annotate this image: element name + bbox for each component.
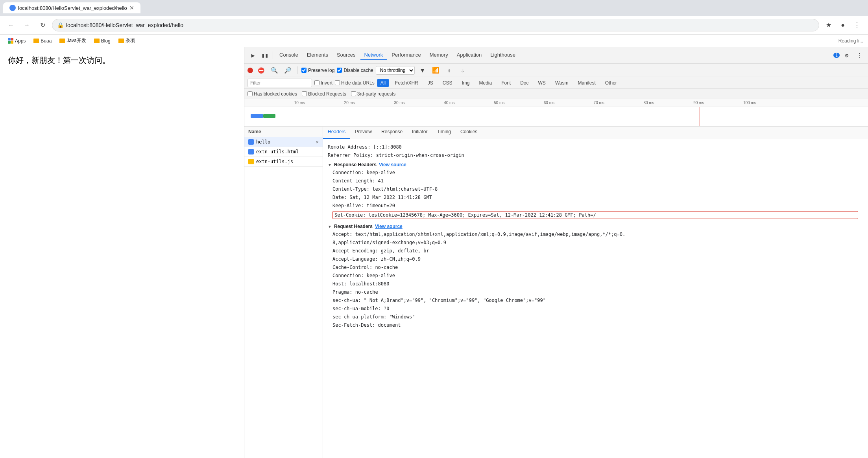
resp-key: Keep-Alive: — [332, 203, 364, 208]
third-party-checkbox[interactable] — [351, 91, 356, 96]
devtools-device-btn[interactable]: ▮▮ — [259, 50, 270, 61]
file-item-hello[interactable]: hello ✕ — [244, 137, 323, 147]
bookmark-buaa[interactable]: Buaa — [30, 37, 55, 44]
filter-css[interactable]: CSS — [439, 79, 456, 87]
tab-lighthouse[interactable]: Lighthouse — [486, 50, 519, 60]
filter-fetch-xhr[interactable]: Fetch/XHR — [392, 79, 422, 87]
filter-ws[interactable]: WS — [535, 79, 549, 87]
blocked-requests-label[interactable]: Blocked Requests — [302, 91, 346, 97]
tab-application[interactable]: Application — [453, 50, 486, 60]
tab-favicon — [9, 5, 16, 11]
import-btn[interactable]: ⇧ — [444, 65, 455, 76]
reload-button[interactable]: ↻ — [36, 19, 49, 31]
bookmark-btn[interactable]: ★ — [822, 19, 835, 31]
hide-data-urls-checkbox[interactable] — [335, 80, 340, 85]
bookmark-blog[interactable]: Blog — [91, 37, 114, 44]
resp-date: Date: Sat, 12 Mar 2022 11:41:28 GMT — [332, 194, 863, 201]
filter-other[interactable]: Other — [602, 79, 621, 87]
tab-sources[interactable]: Sources — [333, 50, 360, 60]
blocked-cookies-label[interactable]: Has blocked cookies — [247, 91, 297, 97]
search-btn[interactable]: 🔎 — [282, 65, 293, 76]
filter-font[interactable]: Font — [498, 79, 514, 87]
triangle-icon: ▼ — [328, 224, 332, 229]
blocked-requests-checkbox[interactable] — [302, 91, 307, 96]
hide-data-urls-label[interactable]: Hide data URLs — [335, 80, 375, 86]
mark-20ms: 20 ms — [344, 101, 355, 105]
bookmark-misc[interactable]: 杂项 — [115, 37, 138, 45]
page-content: 你好，新朋友！第一次访问。 — [0, 47, 244, 458]
bookmark-apps[interactable]: Apps — [5, 37, 29, 44]
request-headers-section[interactable]: ▼ Request Headers View source — [328, 224, 863, 229]
tab-close-btn[interactable]: ✕ — [129, 5, 134, 11]
req-key: Sec-Fetch-Dest: — [332, 322, 375, 328]
tab-bar: localhost:8080/HelloServlet_war_exploded… — [0, 0, 868, 16]
response-headers-section[interactable]: ▼ Response Headers View source — [328, 162, 863, 167]
tab-headers[interactable]: Headers — [323, 127, 350, 139]
filter-manifest[interactable]: Manifest — [574, 79, 599, 87]
blocked-cookies-checkbox[interactable] — [247, 91, 253, 96]
view-source-request[interactable]: View source — [375, 224, 403, 229]
close-file-btn[interactable]: ✕ — [316, 139, 319, 145]
preserve-log-label[interactable]: Invert Preserve log — [301, 68, 334, 73]
mark-100ms: 100 ms — [743, 101, 756, 105]
devtools-inspect-btn[interactable]: ▶ — [247, 50, 259, 61]
filter-toggle-btn[interactable]: 🔍 — [269, 65, 280, 76]
mark-30ms: 30 ms — [394, 101, 404, 105]
set-cookie-value: testCookie=12345678; Max-Age=3600; Expir… — [369, 212, 596, 218]
tab-initiator[interactable]: Initiator — [407, 127, 432, 139]
filter-wasm[interactable]: Wasm — [552, 79, 572, 87]
req-val: no-cache — [375, 265, 398, 270]
address-bar[interactable]: 🔒 localhost:8080/HelloServlet_war_explod… — [52, 19, 819, 31]
throttle-select[interactable]: No throttling Fast 3G Slow 3G — [376, 66, 415, 75]
resp-content-length: Content-Length: 41 — [332, 177, 863, 184]
clear-log-btn[interactable]: ⛔ — [255, 65, 266, 76]
req-cache-control: Cache-Control: no-cache — [332, 264, 863, 271]
disable-cache-label[interactable]: Disable cache — [337, 68, 373, 73]
filter-doc[interactable]: Doc — [517, 79, 532, 87]
tab-performance[interactable]: Performance — [388, 50, 425, 60]
set-cookie-row: Set-Cookie: testCookie=12345678; Max-Age… — [332, 211, 858, 219]
bookmark-java[interactable]: Java开发 — [56, 37, 89, 45]
export-btn[interactable]: ⇩ — [457, 65, 468, 76]
active-tab[interactable]: localhost:8080/HelloServlet_war_exploded… — [3, 2, 140, 13]
filter-js[interactable]: JS — [424, 79, 437, 87]
filter-img[interactable]: Img — [458, 79, 473, 87]
resp-key: Content-Type: — [332, 186, 369, 192]
devtools-settings-btn[interactable]: ⚙ — [841, 50, 852, 61]
tab-elements[interactable]: Elements — [303, 50, 332, 60]
tab-response[interactable]: Response — [377, 127, 407, 139]
tab-timing[interactable]: Timing — [432, 127, 456, 139]
file-item-extn-js[interactable]: extn-utils.js — [244, 157, 323, 167]
filter-media[interactable]: Media — [475, 79, 495, 87]
tab-memory[interactable]: Memory — [426, 50, 452, 60]
devtools-more-btn[interactable]: ⋮ — [854, 50, 865, 61]
filter-all[interactable]: All — [377, 79, 389, 87]
headers-content: Remote Address: [::1]:8080 Referrer Poli… — [323, 139, 868, 333]
resp-val: text/html;charset=UTF-8 — [372, 186, 438, 192]
file-item-extn-html[interactable]: extn-utils.html — [244, 147, 323, 157]
tab-preview[interactable]: Preview — [350, 127, 377, 139]
back-button[interactable]: ← — [5, 19, 17, 31]
filter-input[interactable] — [247, 79, 312, 87]
req-key: Accept-Encoding: — [332, 248, 378, 254]
third-party-label[interactable]: 3rd-party requests — [351, 91, 395, 97]
record-btn[interactable] — [247, 68, 253, 73]
invert-checkbox[interactable] — [314, 80, 319, 85]
tab-network[interactable]: Network — [360, 50, 387, 60]
file-list: Name hello ✕ extn-utils.html extn-utils.… — [244, 127, 323, 458]
more-btn[interactable]: ⋮ — [851, 19, 863, 31]
throttle-more-btn[interactable]: ▼ — [417, 65, 428, 76]
resp-key: Connection: — [332, 170, 364, 175]
folder-icon — [33, 39, 39, 43]
preserve-log-checkbox[interactable] — [301, 68, 307, 73]
invert-label[interactable]: Invert — [314, 80, 332, 86]
network-conditions-btn[interactable]: 📶 — [430, 65, 441, 76]
forward-button[interactable]: → — [20, 19, 33, 31]
req-sec-ch-ua-platform: sec-ch-ua-platform: "Windows" — [332, 313, 863, 320]
tab-cookies[interactable]: Cookies — [456, 127, 482, 139]
view-source-response[interactable]: View source — [379, 162, 406, 167]
req-val: 8,application/signed-exchange;v=b3;q=0.9 — [332, 240, 446, 245]
tab-console[interactable]: Console — [275, 50, 302, 60]
extensions-btn[interactable]: ● — [837, 19, 849, 31]
disable-cache-checkbox[interactable] — [337, 68, 342, 73]
